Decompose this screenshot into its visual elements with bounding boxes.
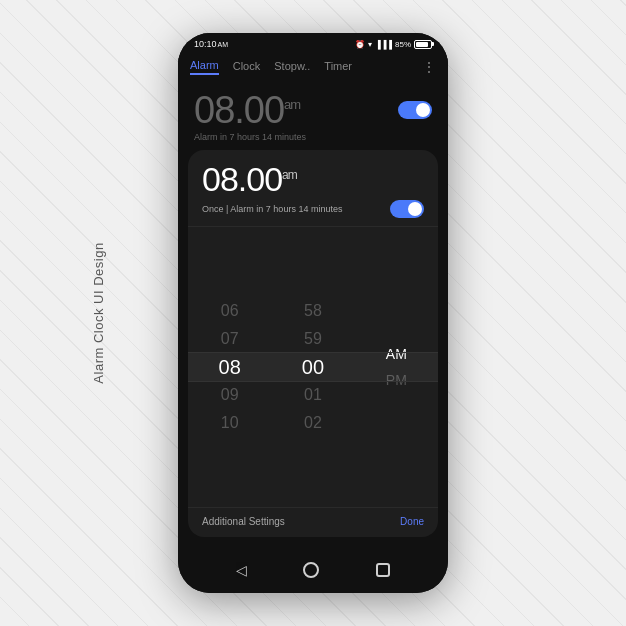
back-nav-icon[interactable]: ◁	[236, 562, 247, 578]
min-58[interactable]: 58	[293, 298, 333, 324]
picker-card: 08.00am Once | Alarm in 7 hours 14 minut…	[188, 150, 438, 537]
status-icons: ⏰ ▾ ▐▐▐ 85%	[355, 40, 432, 49]
min-00[interactable]: 00	[293, 354, 333, 380]
battery-text: 85%	[395, 40, 411, 49]
wifi-icon: ▾	[368, 40, 372, 49]
home-nav-icon[interactable]	[303, 562, 319, 578]
scroll-section: 06 07 08 09 10 58 59 00 01 02 AM P	[188, 227, 438, 507]
alarm-toggle-picker[interactable]	[390, 200, 424, 218]
alarm-icon: ⏰	[355, 40, 365, 49]
alarm-toggle-top[interactable]	[398, 101, 432, 119]
battery-icon	[414, 40, 432, 49]
hour-10[interactable]: 10	[210, 410, 250, 436]
pm-option[interactable]: PM	[386, 372, 407, 388]
picker-subtext: Once | Alarm in 7 hours 14 minutes	[202, 204, 342, 214]
ampm-column[interactable]: AM PM	[355, 231, 438, 503]
hour-06[interactable]: 06	[210, 298, 250, 324]
alarm-summary: 08.00am Alarm in 7 hours 14 minutes	[178, 79, 448, 150]
status-bar: 10:10AM ⏰ ▾ ▐▐▐ 85%	[178, 33, 448, 53]
tab-bar: Alarm Clock Stopw.. Timer ⋮	[178, 53, 448, 79]
picker-time-display: 08.00am	[202, 162, 424, 196]
app-content: Alarm Clock Stopw.. Timer ⋮ 08.00am Alar…	[178, 53, 448, 547]
phone-frame: 10:10AM ⏰ ▾ ▐▐▐ 85% Alarm Clock Stopw.. …	[178, 33, 448, 593]
status-time: 10:10AM	[194, 39, 228, 49]
recents-nav-icon[interactable]	[376, 563, 390, 577]
picker-footer: Additional Settings Done	[188, 507, 438, 537]
nav-bar: ◁	[178, 547, 448, 593]
min-02[interactable]: 02	[293, 410, 333, 436]
additional-settings-button[interactable]: Additional Settings	[202, 516, 285, 527]
min-01[interactable]: 01	[293, 382, 333, 408]
more-menu-icon[interactable]: ⋮	[422, 59, 436, 75]
vertical-label: Alarm Clock UI Design	[91, 242, 106, 383]
min-59[interactable]: 59	[293, 326, 333, 352]
tab-timer[interactable]: Timer	[324, 60, 352, 74]
am-option[interactable]: AM	[386, 346, 407, 362]
done-button[interactable]: Done	[400, 516, 424, 527]
alarm-time-display: 08.00am	[194, 91, 300, 129]
hour-09[interactable]: 09	[210, 382, 250, 408]
picker-header: 08.00am Once | Alarm in 7 hours 14 minut…	[188, 150, 438, 227]
signal-icon: ▐▐▐	[375, 40, 392, 49]
hours-column[interactable]: 06 07 08 09 10	[188, 231, 271, 503]
tab-clock[interactable]: Clock	[233, 60, 261, 74]
alarm-subtext-top: Alarm in 7 hours 14 minutes	[194, 132, 432, 142]
hour-08[interactable]: 08	[210, 354, 250, 380]
hour-07[interactable]: 07	[210, 326, 250, 352]
tab-stopwatch[interactable]: Stopw..	[274, 60, 310, 74]
tab-alarm[interactable]: Alarm	[190, 59, 219, 75]
minutes-column[interactable]: 58 59 00 01 02	[271, 231, 354, 503]
